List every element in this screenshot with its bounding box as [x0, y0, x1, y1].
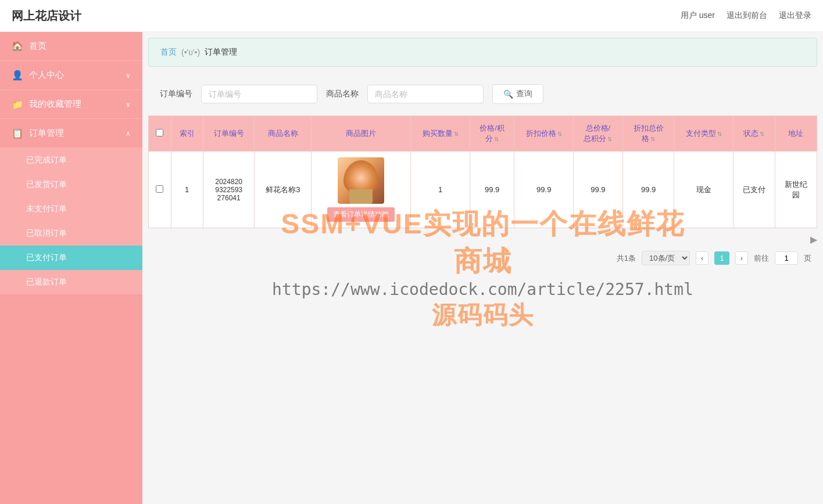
sidebar-item-collection[interactable]: 📁 我的收藏管理 ∨: [0, 90, 142, 119]
col-checkbox: [149, 116, 171, 152]
collection-icon: 📁: [12, 99, 23, 110]
col-address: 地址: [775, 116, 817, 152]
prev-page-button[interactable]: ‹: [696, 251, 709, 265]
table-row: 1 20248209322593276041 鲜花名称3 查看订单详情功能 1 …: [149, 152, 817, 228]
sidebar-item-paid[interactable]: 已支付订单: [0, 246, 142, 270]
row-product-name: 鲜花名称3: [255, 152, 312, 228]
search-bar: 订单编号 商品名称 🔍 查询: [142, 73, 823, 116]
home-icon: 🏠: [12, 41, 23, 52]
row-index: 1: [171, 152, 203, 228]
row-product-img: 查看订单详情功能: [312, 152, 411, 228]
product-image: [338, 157, 384, 204]
orders-icon: 📋: [12, 128, 23, 139]
sidebar-home-label: 首页: [29, 41, 46, 52]
select-all-checkbox[interactable]: [156, 129, 163, 136]
page-size-select[interactable]: 10条/页 20条/页 50条/页: [642, 251, 690, 265]
col-payment-type: 支付类型⇅: [674, 116, 733, 152]
col-discount-price: 折扣价格⇅: [514, 116, 574, 152]
watermark-subtitle: 源码码头: [272, 298, 693, 331]
chevron-down-icon-collection: ∨: [126, 100, 131, 109]
sidebar: 🏠 首页 👤 个人中心 ∨ 📁 我的收藏管理 ∨ 📋 订单管理 ∧ 已完成订单: [0, 32, 142, 504]
next-page-button[interactable]: ›: [735, 251, 748, 265]
row-status: 已支付: [733, 152, 775, 228]
total-count: 共1条: [617, 253, 636, 264]
row-discount-price: 99.9: [514, 152, 574, 228]
sidebar-item-shipped[interactable]: 已发货订单: [0, 172, 142, 197]
paid-label: 已支付订单: [26, 253, 67, 262]
sidebar-item-profile[interactable]: 👤 个人中心 ∨: [0, 61, 142, 90]
cancelled-label: 已取消订单: [26, 228, 67, 237]
header: 网上花店设计 用户 user 退出到前台 退出登录: [0, 0, 823, 32]
completed-label: 已完成订单: [26, 155, 67, 164]
app-logo: 网上花店设计: [12, 8, 81, 24]
current-page-button[interactable]: 1: [714, 251, 729, 265]
search-button[interactable]: 🔍 查询: [492, 84, 543, 104]
order-no-input[interactable]: [201, 85, 317, 103]
sidebar-orders-label: 订单管理: [29, 128, 64, 139]
header-actions: 用户 user 退出到前台 退出登录: [681, 10, 811, 21]
col-quantity: 购买数量⇅: [411, 116, 470, 152]
col-discount-total: 折扣总价格⇅: [622, 116, 674, 152]
orders-table-container: 索引 订单编号 商品名称 商品图片 购买数量⇅ 价格/积分⇅ 折扣价格⇅ 总价格…: [148, 116, 817, 228]
shipped-label: 已发货订单: [26, 179, 67, 189]
sidebar-item-refunded[interactable]: 已退款订单: [0, 270, 142, 294]
user-label: 用户 user: [681, 10, 715, 21]
back-to-frontend[interactable]: 退出到前台: [727, 10, 767, 21]
col-total: 总价格/总积分⇅: [574, 116, 623, 152]
row-payment-type: 现金: [674, 152, 733, 228]
col-index: 索引: [171, 116, 203, 152]
layout: 🏠 首页 👤 个人中心 ∨ 📁 我的收藏管理 ∨ 📋 订单管理 ∧ 已完成订单: [0, 32, 823, 504]
watermark-url: https://www.icodedock.com/article/2257.h…: [272, 279, 693, 298]
chevron-up-icon: ∧: [126, 129, 131, 138]
product-name-input[interactable]: [367, 85, 484, 103]
profile-icon: 👤: [12, 70, 23, 81]
col-product-img: 商品图片: [312, 116, 411, 152]
breadcrumb-separator: (•'υ'•): [181, 48, 200, 57]
orders-table: 索引 订单编号 商品名称 商品图片 购买数量⇅ 价格/积分⇅ 折扣价格⇅ 总价格…: [148, 116, 817, 228]
sidebar-orders-submenu: 已完成订单 已发货订单 未支付订单 已取消订单 已支付订单 已退款订单: [0, 148, 142, 294]
product-name-label: 商品名称: [326, 89, 359, 99]
row-order-no: 20248209322593276041: [203, 152, 255, 228]
sidebar-item-unpaid[interactable]: 未支付订单: [0, 197, 142, 221]
chevron-down-icon: ∨: [126, 71, 131, 80]
col-price: 价格/积分⇅: [470, 116, 514, 152]
row-address: 新世纪园: [775, 152, 817, 228]
page-unit: 页: [804, 253, 811, 264]
main-content: SSM+VUE实现的一个在线鲜花商城 https://www.icodedock…: [142, 32, 823, 504]
col-order-no: 订单编号: [203, 116, 255, 152]
breadcrumb-current: 订单管理: [205, 47, 237, 57]
scroll-right-indicator: ▶: [142, 234, 823, 245]
sidebar-profile-label: 个人中心: [29, 70, 64, 81]
sidebar-item-home[interactable]: 🏠 首页: [0, 32, 142, 61]
row-quantity: 1: [411, 152, 470, 228]
row-price: 99.9: [470, 152, 514, 228]
order-no-label: 订单编号: [160, 89, 192, 99]
goto-page-input[interactable]: [775, 251, 798, 265]
breadcrumb: 首页 (•'υ'•) 订单管理: [148, 38, 817, 67]
row-total: 99.9: [574, 152, 623, 228]
row-discount-total: 99.9: [622, 152, 674, 228]
search-btn-label: 查询: [516, 89, 532, 99]
search-icon: 🔍: [503, 89, 513, 99]
sidebar-item-orders[interactable]: 📋 订单管理 ∧: [0, 119, 142, 148]
logout-button[interactable]: 退出登录: [779, 10, 811, 21]
sidebar-item-cancelled[interactable]: 已取消订单: [0, 221, 142, 246]
row-select-checkbox[interactable]: [156, 185, 163, 193]
unpaid-label: 未支付订单: [26, 204, 67, 213]
row-checkbox: [149, 152, 171, 228]
col-product-name: 商品名称: [255, 116, 312, 152]
col-status: 状态⇅: [733, 116, 775, 152]
goto-label: 前往: [754, 253, 769, 264]
sidebar-item-completed[interactable]: 已完成订单: [0, 148, 142, 172]
sidebar-collection-label: 我的收藏管理: [29, 99, 81, 110]
pagination: 共1条 10条/页 20条/页 50条/页 ‹ 1 › 前往 页: [142, 245, 823, 271]
refunded-label: 已退款订单: [26, 277, 67, 286]
breadcrumb-home[interactable]: 首页: [160, 47, 177, 57]
view-detail-button[interactable]: 查看订单详情功能: [327, 207, 395, 222]
